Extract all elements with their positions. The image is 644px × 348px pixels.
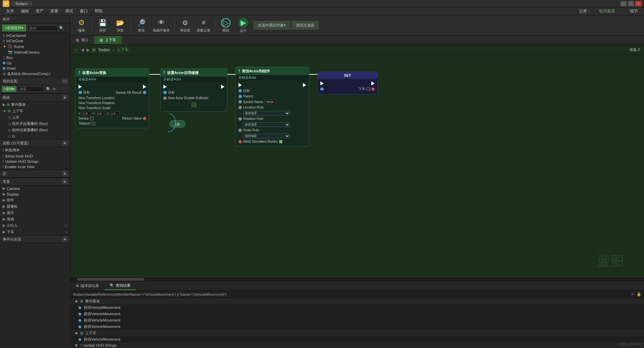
tree-item-up[interactable]: Up [0,60,70,66]
scale-select[interactable]: 保持场景 [243,134,290,138]
node-attach-actor[interactable]: f 附加Actor到组件 目标是Actor 目标 [235,67,309,146]
tree-item-comp-end[interactable]: ◇ 组件结束重叠时 (Box) [0,127,70,133]
sweep-hit-pin[interactable] [143,91,146,94]
tree-item-g[interactable]: ◇ G [0,133,70,139]
component-search-input[interactable] [28,25,58,31]
node-set[interactable]: SET 下车 [317,72,378,94]
tree-item-board-up[interactable]: ◇ 上车 [0,114,70,121]
add-macro-btn[interactable]: + [62,171,67,176]
z-value[interactable]: 1.0 [110,111,119,116]
location-select[interactable]: 保持场景 [243,111,290,116]
tab-compiler-results[interactable]: ⚙ 编译器结果 [70,282,104,290]
menu-window[interactable]: 窗口 [76,8,91,15]
tree-fn-construct[interactable]: f 构造脚本 [0,147,70,153]
scrollbar-thumb[interactable] [77,278,144,281]
lock-icon[interactable]: 🔒 [637,292,641,296]
clear-search-btn[interactable]: ✕ [631,292,634,296]
tree-item-board[interactable]: ▼ ⊞ 上下车 [0,108,70,114]
breadcrumb-board[interactable]: 上下车 [117,47,129,53]
target2-pin[interactable] [163,91,167,94]
result-item-1[interactable]: 获得VehicleMovement [70,304,644,311]
result-item-4[interactable]: 获得VehicleMovement [70,324,644,330]
run-btn[interactable]: ▶ 运行 [235,16,252,34]
nav-forward-btn[interactable]: ▶ [87,48,90,52]
tree-var-camera[interactable]: ▶ Camera [0,186,70,191]
blueprint-canvas[interactable]: f 设置Actor变换 目标是Actor [70,55,644,277]
tab-board[interactable]: ⊞ 上下车 [94,36,122,44]
parent-pin[interactable] [238,95,242,98]
class-settings-btn[interactable]: ⚙ 类设置 [177,17,194,34]
breadcrumb-sedan[interactable]: Sedan [98,48,110,52]
menu-help[interactable]: 帮助 [91,8,106,15]
add-component-btn[interactable]: +添加组件▾ [2,24,26,31]
x-value[interactable]: 1.0 [82,111,91,116]
teleport-checkbox[interactable] [92,122,95,125]
star-icon[interactable]: ☆ [74,48,78,52]
var-checkbox[interactable] [367,87,370,91]
collision-pin[interactable] [163,96,167,100]
tree-item-movement[interactable]: ⚙ 载具移动 (MovementComp) ( [0,71,70,77]
location-dropdown[interactable]: 保持场景 [243,111,306,116]
menu-file[interactable]: 文件 [3,8,17,15]
title-tab[interactable]: Sedan• [11,1,32,6]
result-item-3[interactable]: 获得VehicleMovement [70,317,644,324]
nav-back-btn[interactable]: ◀ [81,48,84,52]
compile-btn[interactable]: ⚙ 编译 [73,17,90,34]
y-value[interactable]: 1.0 [96,111,105,116]
tree-var-camera2[interactable]: ▶ 摄像机 [0,203,70,210]
var-pin[interactable] [320,87,324,91]
node-set-actor-transform[interactable]: f 设置Actor变换 目标是Actor [75,68,149,128]
scale-dropdown[interactable]: 保持场景 [243,133,306,138]
add-dispatch-btn[interactable]: + [62,236,67,242]
minimize-btn[interactable]: — [621,1,627,6]
menu-edit[interactable]: 编辑 [17,8,32,15]
checkbox-container[interactable] [192,102,196,107]
maximize-btn[interactable]: □ [628,1,634,6]
tree-var-display2[interactable]: ▶ 显示 [0,210,70,216]
class-defaults-btn[interactable]: ≡ 类默认值 [194,17,213,34]
tree-item-down[interactable]: Down [0,66,70,71]
result-group-board-header[interactable]: ▼ ⊞ 上下车 [70,330,644,336]
var-out-pin[interactable] [371,87,375,91]
tree-item-internalcamera[interactable]: 📷 InternalCamera [0,49,70,55]
hide-btn[interactable]: 👁 隐藏不相关 [150,17,172,34]
weld-pin[interactable] [238,140,242,143]
result-item-2[interactable]: 获得VehicleMovement [70,311,644,317]
tree-item-incarspeed[interactable]: A InCarSpeed [0,33,70,38]
new-graph-btn[interactable]: +新增▾ [2,86,16,92]
result-group-hud-header[interactable]: ▼ f Update HUD Strings [70,343,644,348]
tree-item-box[interactable]: □ Box [0,55,70,60]
up-btn-node[interactable]: Up [169,120,185,128]
find-btn[interactable]: 🔎 查找 [133,17,150,34]
close-btn[interactable]: × [635,1,641,6]
target3-pin[interactable] [238,89,242,92]
return-pin[interactable] [143,117,146,120]
sweep-checkbox[interactable] [90,117,94,120]
node-set-actor-collision[interactable]: f 设置Actor启用碰撞 目标是Actor 目标 [160,68,227,112]
tree-var-down[interactable]: ▶ 下车 ⊟ [0,229,70,235]
tree-var-component[interactable]: ▶ 组件 [0,197,70,203]
menu-asset[interactable]: 资产 [32,8,47,15]
debug-filter-btn[interactable]: 调试过滤器 [291,21,319,29]
tree-var-game[interactable]: ▶ 游戏 [0,216,70,222]
add-variable-btn[interactable]: + [62,179,67,184]
tab-find-results[interactable]: 🔍 查找结果 [104,282,136,290]
tree-var-whiteman[interactable]: ▶ 小白人 ⊟ [0,222,70,229]
tree-fn-enable[interactable]: f Enable Incar View [0,164,70,169]
tree-var-display[interactable]: ▶ Display [0,191,70,197]
tree-item-scene[interactable]: ▼ ⬛ Scene [0,44,70,49]
rotation-pin[interactable] [238,117,242,121]
browse-btn[interactable]: 📂 浏览 [112,17,128,34]
horizontal-scrollbar[interactable] [70,277,644,281]
result-group-event-header[interactable]: ▼ ⊞ 事件图表 [70,298,644,304]
tree-item-event-graph[interactable]: ▶ ⊞ 事件图表 [0,101,70,108]
result-item-5[interactable]: 获得VehicleMovement [70,336,644,343]
target-pin[interactable] [78,91,82,94]
tree-fn-setup[interactable]: f Setup Incar HUD [0,153,70,159]
debug-filter-dropdown[interactable]: 未选中调试对象▾ [254,21,290,29]
add-function-btn[interactable]: + [62,140,67,146]
tree-item-comp-begin[interactable]: ◇ 组件开始重叠时 (Box) [0,121,70,127]
socket-value[interactable]: None [265,99,275,104]
location-pin[interactable] [238,106,242,109]
blueprint-options-btn[interactable]: ⋯ [62,78,67,84]
